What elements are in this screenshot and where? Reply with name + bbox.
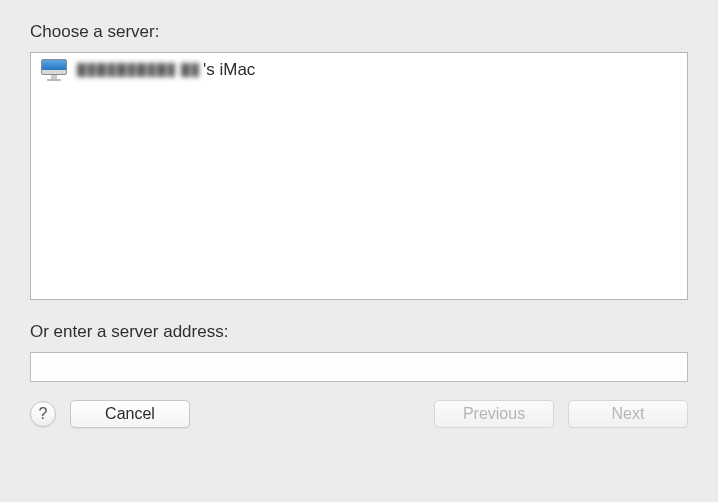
choose-server-label: Choose a server:	[30, 22, 688, 42]
server-name: 's iMac	[77, 60, 255, 80]
server-list[interactable]: 's iMac	[30, 52, 688, 300]
server-select-panel: Choose a server: 's iMac Or enter a serv…	[0, 0, 718, 444]
help-button[interactable]: ?	[30, 401, 56, 427]
server-address-input[interactable]	[30, 352, 688, 382]
button-row: ? Cancel Previous Next	[30, 400, 688, 428]
enter-address-label: Or enter a server address:	[30, 322, 688, 342]
previous-button: Previous	[434, 400, 554, 428]
next-button: Next	[568, 400, 688, 428]
cancel-button[interactable]: Cancel	[70, 400, 190, 428]
imac-icon	[41, 59, 67, 81]
list-item[interactable]: 's iMac	[31, 53, 687, 86]
